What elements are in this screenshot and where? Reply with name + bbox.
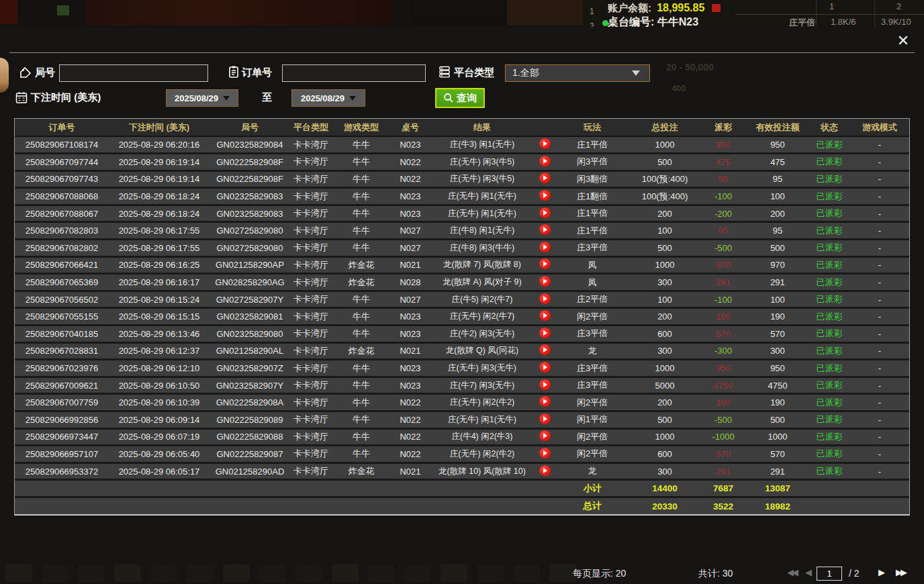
next-page-icon[interactable]: ▶: [878, 567, 885, 577]
server-stack-icon: [438, 65, 451, 79]
cell: GN028258290AG: [210, 274, 290, 291]
play-icon: [543, 210, 547, 215]
cell: 牛牛: [332, 154, 391, 171]
table-row: 2508290670664212025-08-29 06:16:25GN0212…: [15, 256, 909, 274]
cell: 闲1平倍: [555, 411, 630, 429]
play-button[interactable]: [539, 138, 551, 149]
play-button[interactable]: [539, 224, 551, 235]
search-button[interactable]: 查询: [435, 88, 485, 108]
cell: 庄3平倍: [555, 326, 630, 343]
table-row: 2508290670401852025-08-29 06:13:46GN0232…: [15, 326, 909, 343]
play-button[interactable]: [539, 413, 551, 424]
play-button[interactable]: [539, 396, 551, 407]
cell: 95: [700, 222, 747, 240]
cell: 950: [747, 360, 808, 377]
replay-cell: [535, 256, 555, 274]
cell: 200: [747, 205, 808, 222]
cell: N022: [391, 394, 430, 411]
cell: -100: [700, 291, 747, 308]
round-input[interactable]: [59, 64, 208, 82]
cell: 2025-08-29 06:16:25: [109, 256, 210, 274]
last-page-icon[interactable]: ▶▶: [896, 567, 905, 577]
cell: 1000: [630, 256, 700, 274]
table-number-value: 牛牛N23: [657, 16, 698, 28]
bet-limit: 1.8K/6: [831, 17, 856, 27]
cell: 庄(无牛) 闲1(无牛): [430, 205, 535, 222]
play-button[interactable]: [539, 207, 551, 218]
play-icon: [543, 244, 547, 250]
bg-blob: [86, 0, 391, 26]
replay-cell: [535, 394, 555, 411]
play-button[interactable]: [539, 293, 551, 304]
replay-cell: [535, 222, 555, 240]
play-button[interactable]: [539, 173, 551, 183]
game-background: 1 2 账户余额: 18,995.85 桌台编号: 牛牛N23 1 2 庄平倍 …: [0, 0, 924, 27]
cell: -: [850, 136, 909, 154]
bg-blob: [0, 0, 17, 24]
cell: -: [850, 274, 909, 291]
date-to-picker[interactable]: 2025/08/29: [291, 89, 365, 107]
play-button[interactable]: [539, 258, 551, 269]
replay-cell: [535, 463, 555, 480]
cell: 已派彩: [808, 342, 850, 360]
cell: N023: [391, 188, 430, 205]
cell: -500: [700, 240, 747, 257]
prev-page-icon[interactable]: ◀: [805, 567, 812, 577]
page-number-input[interactable]: [817, 567, 842, 581]
cell: 已派彩: [808, 274, 850, 291]
first-page-icon[interactable]: ◀◀: [787, 567, 796, 577]
cell: 950: [700, 136, 747, 154]
cell: GN0232582907Y: [210, 377, 290, 394]
cell: -: [850, 188, 909, 205]
play-button[interactable]: [539, 190, 551, 201]
close-icon[interactable]: ✕: [894, 32, 912, 50]
play-button[interactable]: [539, 448, 551, 458]
play-button[interactable]: [539, 430, 551, 441]
table-row: 2508290669734472025-08-29 06:07:19GN0222…: [15, 428, 909, 446]
play-button[interactable]: [539, 310, 551, 321]
play-button[interactable]: [539, 379, 551, 390]
play-button[interactable]: [539, 156, 551, 166]
cell: 291: [747, 274, 808, 291]
cell: 卡卡湾厅: [290, 326, 332, 343]
cell: 闲3平倍: [555, 154, 630, 171]
cell: -: [850, 377, 909, 394]
replay-cell: [535, 205, 555, 222]
cell: -: [850, 326, 909, 343]
cell: 95: [700, 171, 747, 188]
play-button[interactable]: [539, 276, 551, 287]
play-button[interactable]: [539, 344, 551, 355]
table-row: 2508290670239762025-08-29 06:12:10GN0232…: [15, 360, 909, 377]
play-icon: [543, 468, 547, 473]
cell: -200: [700, 205, 747, 222]
play-icon: [543, 382, 547, 387]
cell: 500: [630, 411, 700, 429]
platform-type-select[interactable]: 1.全部: [505, 64, 650, 82]
cell: N023: [391, 326, 430, 343]
play-button[interactable]: [539, 242, 551, 252]
cell: 950: [700, 360, 747, 377]
play-button[interactable]: [539, 328, 551, 338]
cell: 570: [700, 326, 747, 343]
cell: -: [850, 171, 909, 188]
play-button[interactable]: [539, 465, 551, 476]
cell: 4750: [700, 377, 747, 394]
play-button[interactable]: [539, 362, 551, 373]
cell: 250829067007759: [15, 394, 109, 411]
cell: GN0222582908A: [210, 394, 290, 411]
cell: GN0232582907Z: [210, 360, 290, 377]
order-input[interactable]: [282, 64, 426, 82]
chevron-down-icon: [223, 96, 230, 101]
cell: 已派彩: [808, 463, 850, 480]
cell: N021: [391, 463, 430, 480]
cell: 牛牛: [332, 136, 391, 154]
cell: 卡卡湾厅: [290, 136, 332, 154]
cell: N022: [391, 154, 430, 171]
cell: 卡卡湾厅: [290, 377, 332, 394]
cell: -: [850, 240, 909, 257]
date-from-picker[interactable]: 2025/08/29: [166, 89, 238, 107]
replay-cell: [535, 274, 555, 291]
cell: 200: [630, 308, 700, 326]
divider: [9, 52, 915, 53]
cell: 100: [747, 291, 808, 308]
